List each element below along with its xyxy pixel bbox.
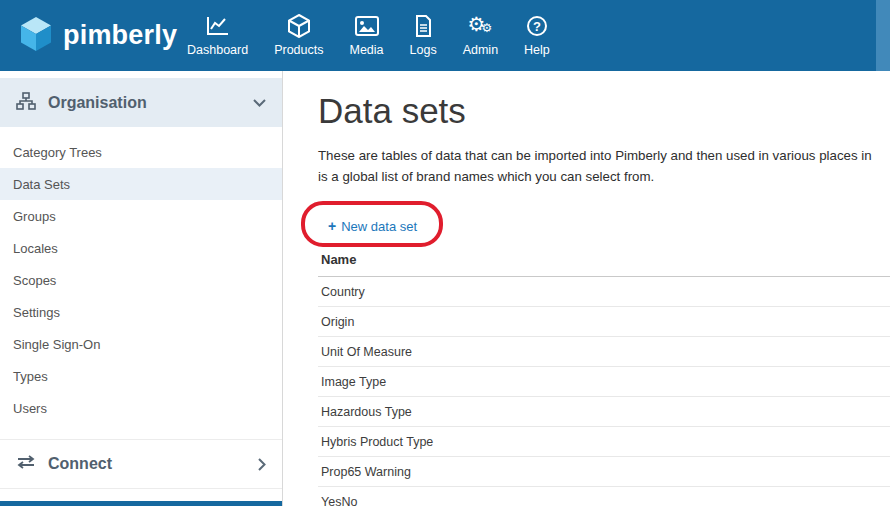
description-line-1: These are tables of data that can be imp…: [318, 145, 890, 166]
nav-label: Help: [524, 43, 550, 57]
table-row-origin[interactable]: Origin: [318, 307, 890, 337]
table-row-unit-of-measure[interactable]: Unit Of Measure: [318, 337, 890, 367]
nav-item-dashboard[interactable]: Dashboard: [174, 0, 261, 71]
brand-logo[interactable]: pimberly: [0, 15, 168, 57]
connect-exchange-icon: [16, 454, 36, 474]
description-line-2: is a global list of brand names which yo…: [318, 166, 890, 187]
organisation-menu: Category Trees Data Sets Groups Locales …: [0, 127, 282, 431]
topbar-edge-strip: [876, 0, 890, 71]
nav-label: Dashboard: [187, 43, 248, 57]
nav-label: Logs: [410, 43, 437, 57]
products-cube-icon: [288, 14, 310, 38]
plus-icon: +: [328, 218, 336, 234]
pimberly-logo-icon: [18, 15, 54, 57]
admin-gears-icon: ⚙ ⚙: [467, 14, 493, 38]
table-row-country[interactable]: Country: [318, 277, 890, 307]
table-row-image-type[interactable]: Image Type: [318, 367, 890, 397]
sidebar-item-groups[interactable]: Groups: [0, 200, 282, 232]
page-title: Data sets: [318, 91, 890, 131]
sidebar-item-types[interactable]: Types: [0, 360, 282, 392]
table-row-hybris-product-type[interactable]: Hybris Product Type: [318, 427, 890, 457]
data-sets-table: Name Country Origin Unit Of Measure Imag…: [318, 248, 890, 506]
nav-label: Admin: [463, 43, 498, 57]
page: pimberly Dashboard P: [0, 0, 890, 506]
section-label: Connect: [48, 455, 112, 473]
brand-name: pimberly: [63, 20, 177, 51]
section-label: Organisation: [48, 94, 147, 112]
dashboard-chart-icon: [206, 14, 230, 38]
sidebar-item-category-trees[interactable]: Category Trees: [0, 136, 282, 168]
nav-item-media[interactable]: Media: [337, 0, 397, 71]
table-row-hazardous-type[interactable]: Hazardous Type: [318, 397, 890, 427]
help-question-icon: ?: [527, 14, 547, 38]
table-row-yesno[interactable]: YesNo: [318, 487, 890, 506]
new-data-set-label: New data set: [341, 219, 417, 234]
sidebar-bottom-bar: [0, 501, 283, 506]
nav-label: Products: [274, 43, 323, 57]
table-header-name: Name: [318, 248, 890, 277]
chevron-right-icon: [258, 458, 266, 471]
organisation-sitemap-icon: [16, 92, 36, 114]
sidebar-item-data-sets[interactable]: Data Sets: [0, 168, 282, 200]
sidebar-section-organisation[interactable]: Organisation: [0, 78, 282, 127]
logs-file-icon: [414, 14, 432, 38]
sidebar-item-single-sign-on[interactable]: Single Sign-On: [0, 328, 282, 360]
nav-label: Media: [350, 43, 384, 57]
topbar: pimberly Dashboard P: [0, 0, 890, 71]
nav-item-help[interactable]: ? Help: [511, 0, 563, 71]
nav-item-products[interactable]: Products: [261, 0, 336, 71]
sidebar-item-scopes[interactable]: Scopes: [0, 264, 282, 296]
sidebar: Organisation Category Trees Data Sets Gr…: [0, 71, 283, 506]
sidebar-item-users[interactable]: Users: [0, 392, 282, 424]
nav-item-admin[interactable]: ⚙ ⚙ Admin: [450, 0, 511, 71]
media-image-icon: [355, 14, 379, 38]
page-description: These are tables of data that can be imp…: [318, 145, 890, 187]
chevron-down-icon: [253, 99, 266, 107]
sidebar-item-settings[interactable]: Settings: [0, 296, 282, 328]
sidebar-item-locales[interactable]: Locales: [0, 232, 282, 264]
table-row-prop65-warning[interactable]: Prop65 Warning: [318, 457, 890, 487]
topbar-nav: Dashboard Products: [174, 0, 563, 71]
new-data-set-area: + New data set: [328, 217, 417, 235]
sidebar-section-connect[interactable]: Connect: [0, 439, 282, 488]
main-content: Data sets These are tables of data that …: [284, 71, 890, 506]
nav-item-logs[interactable]: Logs: [397, 0, 450, 71]
new-data-set-button[interactable]: + New data set: [328, 218, 417, 234]
